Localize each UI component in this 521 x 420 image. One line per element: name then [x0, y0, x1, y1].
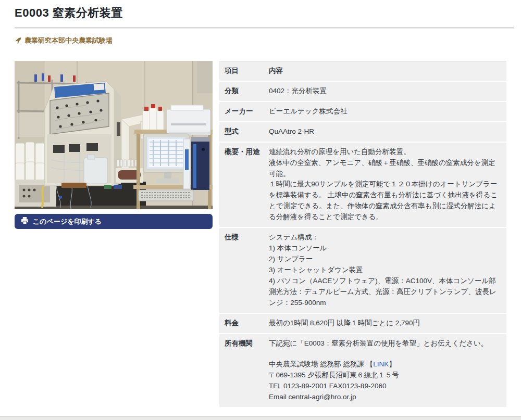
owner-address: 〒069-1395 夕張郡長沼町東６線北１５号 — [269, 370, 499, 381]
table-row-model: 型式 QuAAtro 2-HR — [219, 122, 506, 143]
row-value: 0402：光分析装置 — [269, 82, 506, 101]
row-value: ビーエルテック株式会社 — [269, 102, 506, 121]
printer-icon — [21, 217, 29, 226]
owner-org-suffix: 】 — [389, 360, 396, 368]
row-label: 所有機関 — [219, 334, 269, 408]
header-item: 項目 — [219, 61, 269, 81]
table-header-row: 項目 内容 — [219, 61, 506, 82]
owner-value: 下記宛に「E0003：窒素分析装置の使用を希望」とお伝えください。 中央農業試験… — [269, 334, 506, 408]
row-value: QuAAtro 2-HR — [269, 122, 506, 142]
owner-email: Email central-agri@hro.or.jp — [269, 392, 499, 403]
print-button-label: このページを印刷する — [33, 217, 102, 226]
row-value: システム構成： 1) 本体コンソール 2) サンプラー 3) オートシャットダウ… — [269, 228, 506, 312]
table-row-specs: 仕様 システム構成： 1) 本体コンソール 2) サンプラー 3) オートシャッ… — [219, 228, 506, 313]
row-value: 連続流れ分析の原理を用いた自動分析装置。 液体中の全窒素、アンモニア、硝酸＋亜硝… — [269, 143, 506, 227]
owner-spacer — [269, 349, 499, 359]
page: E0003 窒素分析装置 農業研究本部中央農業試験場 — [0, 0, 521, 420]
table-row-owner: 所有機関 下記宛に「E0003：窒素分析装置の使用を希望」とお伝えください。 中… — [219, 334, 506, 409]
sprout-icon — [15, 37, 22, 45]
row-label: 分類 — [219, 82, 269, 101]
row-label: 料金 — [219, 314, 269, 333]
spec-table: 項目 内容 分類 0402：光分析装置 メーカー ビーエルテック株式会社 型式 … — [219, 61, 506, 408]
print-button[interactable]: このページを印刷する — [15, 214, 213, 229]
page-title: E0003 窒素分析装置 — [15, 5, 506, 21]
row-value: 最初の1時間 8,620円 以降１時間ごとに 2,790円 — [269, 314, 506, 333]
owner-org-line: 中央農業試験場 総務部 総務課 【LINK】 — [269, 359, 499, 370]
owner-note: 下記宛に「E0003：窒素分析装置の使用を希望」とお伝えください。 — [269, 338, 499, 349]
row-label: 概要・用途 — [219, 143, 269, 227]
row-label: メーカー — [219, 102, 269, 121]
table-row-overview: 概要・用途 連続流れ分析の原理を用いた自動分析装置。 液体中の全窒素、アンモニア… — [219, 143, 506, 228]
table-row-category: 分類 0402：光分析装置 — [219, 82, 506, 102]
table-row-maker: メーカー ビーエルテック株式会社 — [219, 102, 506, 122]
row-label: 型式 — [219, 122, 269, 142]
row-label: 仕様 — [219, 228, 269, 312]
footer-strip — [0, 416, 521, 420]
owner-tel-fax: TEL 0123-89-2001 FAX0123-89-2060 — [269, 381, 499, 392]
breadcrumb-label: 農業研究本部中央農業試験場 — [24, 36, 113, 45]
left-column: このページを印刷する — [15, 61, 213, 229]
header-content: 内容 — [269, 61, 506, 81]
table-row-fee: 料金 最初の1時間 8,620円 以降１時間ごとに 2,790円 — [219, 314, 506, 334]
owner-org-prefix: 中央農業試験場 総務部 総務課 【 — [269, 360, 373, 368]
main-content: このページを印刷する 項目 内容 分類 0402：光分析装置 メーカー ビーエル… — [15, 61, 506, 408]
title-divider — [15, 27, 514, 29]
breadcrumb-facility-link[interactable]: 農業研究本部中央農業試験場 — [15, 36, 113, 45]
owner-link[interactable]: LINK — [373, 360, 389, 368]
equipment-photo — [15, 61, 213, 209]
